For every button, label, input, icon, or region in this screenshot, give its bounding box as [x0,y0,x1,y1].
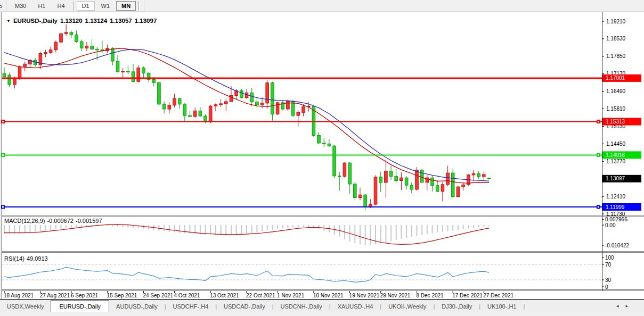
candle-body [302,107,305,113]
candle-body [13,79,17,85]
candle-body [91,46,94,49]
candle-body [415,170,419,189]
tab-eurusd-daily[interactable]: EURUSD-,Daily [51,300,109,313]
timeframe-button-5[interactable]: 5 [0,1,3,11]
candle-body [199,111,202,116]
tab-audusd-daily[interactable]: AUDUSD-,Daily [109,301,165,312]
candle-body [410,185,413,189]
tabs-scroll-right-icon[interactable]: ► [625,304,629,309]
tab-usdcnh-daily[interactable]: USDCNH-,Daily [274,301,329,312]
tabs-scroll-left-icon[interactable]: ◄ [615,304,619,309]
time-axis-label: 8 Dec 2021 [417,293,444,298]
toolbar-separator [73,1,74,11]
candle-body [137,68,140,82]
price-axis-label: 1.19210 [606,19,626,24]
candle-body [333,146,336,176]
candle-body [85,46,88,48]
hline-handle-center [2,154,4,156]
candle-body [446,173,450,185]
candle-body [225,102,228,104]
candle-body [487,178,491,179]
candle-body [260,103,264,105]
candle-body [379,177,382,182]
candle-body [374,177,377,204]
tab-ukoil-weekly[interactable]: UKOil-,Weekly [381,301,433,312]
tab-separator: | [523,301,525,312]
price-badge-1.15313: 1.15313 [606,119,625,124]
price-axis-label: 1.12410 [606,194,626,199]
time-axis-label: 6 Sep 2021 [71,293,99,298]
price-axis-label: 1.16490 [606,88,626,94]
candle-body [266,83,269,103]
toolbar-separator [6,1,7,11]
candle-body [142,68,145,73]
time-axis-label: 17 Dec 2021 [452,293,483,298]
timeframe-button-MN[interactable]: MN [116,1,136,11]
candle-body [354,184,357,198]
tab-scroll-arrows: ◄► [615,300,629,312]
candle-body [162,104,166,109]
candle-body [18,66,21,79]
price-badge-1.11999: 1.11999 [606,204,625,210]
candle-body [178,98,181,104]
tab-dj30-daily[interactable]: DJ30-,Daily [435,301,479,312]
candle-body [183,104,186,115]
time-axis-label: 29 Nov 2021 [380,293,411,298]
timeframe-button-H4[interactable]: H4 [52,1,70,11]
candle-body [64,32,68,34]
tab-xauusd-h4[interactable]: XAUUSD-,H4 [331,301,380,312]
candle-body [80,41,83,48]
time-axis[interactable]: 18 Aug 202127 Aug 20216 Sep 202115 Sep 2… [4,291,513,298]
candle-body [168,105,171,109]
candle-body [152,79,156,82]
candle-body [209,106,212,122]
macd-axis-label: -0.010422 [605,243,629,248]
candle-body [70,32,73,35]
candle-body [483,174,486,177]
candle-body [158,82,161,104]
hline-handle-center [2,206,4,208]
candle-body [256,102,259,105]
time-axis-label: 27 Aug 2021 [40,293,70,298]
bottom-strip [0,312,644,316]
toolbar-separator [144,1,145,11]
candle-body [420,170,423,182]
price-axis-label: 1.18530 [606,36,626,41]
tab-usdx-weekly[interactable]: USDX,Weekly [0,301,51,312]
candle-body [436,186,439,192]
hline-handle-center [598,121,599,122]
candle-body [348,163,352,184]
candle-body [477,174,480,177]
time-axis-label: 15 Sep 2021 [107,293,137,298]
time-axis-label: 13 Oct 2021 [210,293,239,298]
tab-uk100-h1[interactable]: UK100-,H1 [480,301,523,312]
timeframe-button-D1[interactable]: D1 [77,1,95,11]
candle-body [441,185,444,192]
macd-axis-label: 0.002966 [605,217,627,222]
candle-body [385,171,388,182]
candle-body [405,178,408,185]
current-price-badge: 1.13097 [606,176,625,181]
candle-body [44,53,47,54]
candle-body [111,48,115,61]
candle-body [271,83,274,114]
timeframe-button-W1[interactable]: W1 [96,1,116,11]
macd-axis-label: 0.00 [605,222,616,228]
tab-usdcad-daily[interactable]: USDCAD-,Daily [217,301,272,312]
candle-body [127,71,130,72]
candle-body [189,115,192,117]
candle-body [214,105,217,106]
time-axis-label: 1 Nov 2021 [277,293,305,298]
candle-body [60,34,63,42]
timeframe-button-H1[interactable]: H1 [32,1,51,11]
toolbar-separator [138,1,140,11]
tab-usdchf-h4[interactable]: USDCHF-,H4 [166,301,216,312]
rsi-axis-label: 30 [605,277,612,283]
time-axis-label: 19 Nov 2021 [349,293,380,298]
chart-window[interactable]: 1.192101.185301.178501.171701.164901.158… [0,12,644,300]
candle-body [358,195,362,197]
rsi-axis-label: 70 [605,262,612,268]
timeframe-button-M30[interactable]: M30 [10,1,31,11]
candle-body [343,163,346,176]
price-badge-1.14016: 1.14016 [606,152,625,158]
